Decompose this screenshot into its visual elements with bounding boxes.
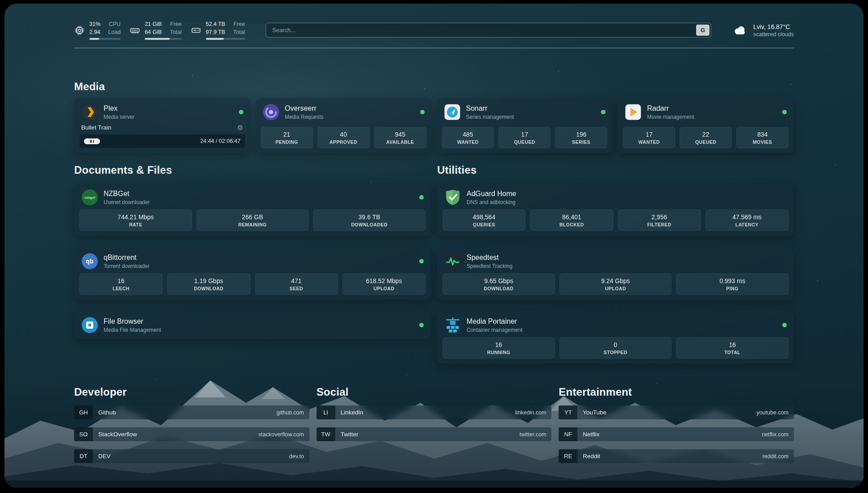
cloud-icon <box>732 24 748 36</box>
bookmark-url: youtube.com <box>756 409 789 416</box>
stat-pending: 21PENDING <box>261 127 313 148</box>
bookmark-twitter[interactable]: TW Twitter twitter.com <box>317 427 552 441</box>
stat-downloaded: 39.6 TBDOWNLOADED <box>313 209 426 231</box>
disk-progress-bar <box>206 38 245 40</box>
stat-remaining: 266 GBREMAINING <box>196 209 309 231</box>
pause-button[interactable] <box>84 138 100 144</box>
status-dot <box>782 110 787 114</box>
search-bar: G <box>266 23 711 38</box>
stat-upload: 9.24 GbpsUPLOAD <box>559 273 672 295</box>
app-card-overseerr[interactable]: Overseerr Media Requests 21PENDING 40APP… <box>255 98 432 153</box>
now-playing-title: Bullet Train <box>81 124 112 131</box>
app-name: Overseerr <box>285 104 324 113</box>
adguard-icon <box>444 189 461 206</box>
stat-series: 196SERIES <box>555 127 607 148</box>
weather-widget: Lviv, 16.87°C scattered clouds <box>732 23 794 38</box>
filebrowser-icon <box>81 317 98 334</box>
app-name: qBittorrent <box>104 253 150 262</box>
stat-seed: 471SEED <box>255 273 338 295</box>
cpu-label-2: Load <box>108 29 121 37</box>
section-title-social: Social <box>317 386 552 398</box>
system-widgets: 31%CPU 2.94Load 21 GiBFree 64 Gi <box>74 21 245 40</box>
app-card-plex[interactable]: Plex Media server Bullet Train ⚙ 24:44 /… <box>74 98 250 153</box>
portainer-icon <box>444 317 461 334</box>
stat-running: 16RUNNING <box>442 337 555 359</box>
bookmark-name: LinkedIn <box>341 409 363 416</box>
sonarr-icon <box>444 104 461 121</box>
stat-leech: 16LEECH <box>79 273 163 295</box>
bookmark-abbr: LI <box>317 405 335 419</box>
app-card-speedtest[interactable]: Speedtest Speedtest Tracking 9.65 GbpsDO… <box>437 247 794 300</box>
app-subtitle: Usenet downloader <box>104 199 150 205</box>
memory-widget: 21 GiBFree 64 GiBTotal <box>129 21 182 40</box>
app-name: AdGuard Home <box>467 189 516 198</box>
memory-label-1: Free <box>170 21 182 29</box>
qbittorrent-icon: qb <box>81 253 98 270</box>
settings-icon[interactable]: ⚙ <box>237 124 243 131</box>
bookmark-name: DEV <box>98 453 111 460</box>
app-subtitle: Series management <box>466 114 514 120</box>
overseerr-icon <box>263 104 280 121</box>
stat-total: 16TOTAL <box>676 337 789 359</box>
app-name: Speedtest <box>467 253 513 262</box>
status-dot <box>419 323 424 327</box>
bookmark-youtube[interactable]: YT YouTube youtube.com <box>559 405 794 419</box>
memory-progress-bar <box>145 38 182 40</box>
status-dot <box>419 195 424 200</box>
app-card-filebrowser[interactable]: File Browser Media File Management <box>74 311 431 339</box>
app-card-portainer[interactable]: Media Portainer Container management 16R… <box>437 311 794 363</box>
disk-label-1: Free <box>234 21 245 29</box>
stat-queries: 498,564QUERIES <box>442 209 526 231</box>
cpu-label-1: CPU <box>109 21 121 29</box>
plex-icon <box>81 104 98 121</box>
status-dot <box>419 259 424 263</box>
bookmark-name: StackOverflow <box>98 431 137 438</box>
status-dot <box>782 323 787 327</box>
disk-total: 97.9 TB <box>206 29 225 37</box>
search-input[interactable] <box>266 23 711 38</box>
section-entertainment: Entertainment YT YouTube youtube.com NF … <box>559 386 794 463</box>
app-card-sonarr[interactable]: Sonarr Series management 485WANTED 17QUE… <box>437 98 613 153</box>
app-name: NZBGet <box>104 189 150 198</box>
bookmark-url: github.com <box>277 409 304 416</box>
app-name: Media Portainer <box>467 317 522 326</box>
bookmark-netflix[interactable]: NF Netflix netflix.com <box>559 427 794 441</box>
bookmark-abbr: GH <box>74 405 93 419</box>
radarr-icon <box>625 104 642 121</box>
stat-ping: 0.993 msPING <box>676 273 789 295</box>
memory-free: 21 GiB <box>145 21 162 29</box>
search-engine-button[interactable]: G <box>696 25 709 36</box>
section-title-developer: Developer <box>74 386 309 398</box>
app-card-nzbget[interactable]: nzbget NZBGet Usenet downloader 744.21 M… <box>74 184 431 236</box>
disk-icon <box>191 25 201 36</box>
bookmark-linkedin[interactable]: LI LinkedIn linkedin.com <box>317 405 552 419</box>
stat-download: 1.19 GbpsDOWNLOAD <box>167 273 250 295</box>
section-utilities: Utilities <box>437 164 794 363</box>
bookmark-dev[interactable]: DT DEV dev.to <box>74 449 309 463</box>
app-subtitle: DNS and adblocking <box>467 199 516 205</box>
bookmark-name: YouTube <box>583 409 606 416</box>
stat-movies: 834MOVIES <box>736 127 789 148</box>
disk-label-2: Total <box>233 29 245 37</box>
bookmark-stackoverflow[interactable]: SO StackOverflow stackoverflow.com <box>74 427 309 441</box>
memory-label-2: Total <box>170 29 181 37</box>
app-card-radarr[interactable]: Radarr Movie management 17WANTED 22QUEUE… <box>618 98 794 153</box>
bookmark-name: Reddit <box>583 453 600 460</box>
app-subtitle: Container management <box>467 327 522 333</box>
bookmark-github[interactable]: GH Github github.com <box>74 405 309 419</box>
speedtest-icon <box>444 253 461 270</box>
cpu-percent: 31% <box>89 21 100 29</box>
app-card-qbittorrent[interactable]: qb qBittorrent Torrent downloader 16LEEC… <box>74 247 431 300</box>
app-subtitle: Movie management <box>647 114 694 120</box>
bookmark-reddit[interactable]: RE Reddit reddit.com <box>559 449 794 463</box>
bookmark-abbr: YT <box>559 405 577 419</box>
bookmark-url: linkedin.com <box>515 409 546 416</box>
stat-approved: 40APPROVED <box>317 127 370 148</box>
cpu-progress-bar <box>89 38 121 40</box>
section-social: Social LI LinkedIn linkedin.com TW Twitt… <box>317 386 552 463</box>
snow-specks <box>4 4 5 4</box>
app-card-adguard[interactable]: AdGuard Home DNS and adblocking 498,564Q… <box>437 184 794 236</box>
stat-blocked: 86,401BLOCKED <box>530 209 613 231</box>
bookmark-url: reddit.com <box>763 453 789 460</box>
stat-latency: 47.569 msLATENCY <box>705 209 789 231</box>
